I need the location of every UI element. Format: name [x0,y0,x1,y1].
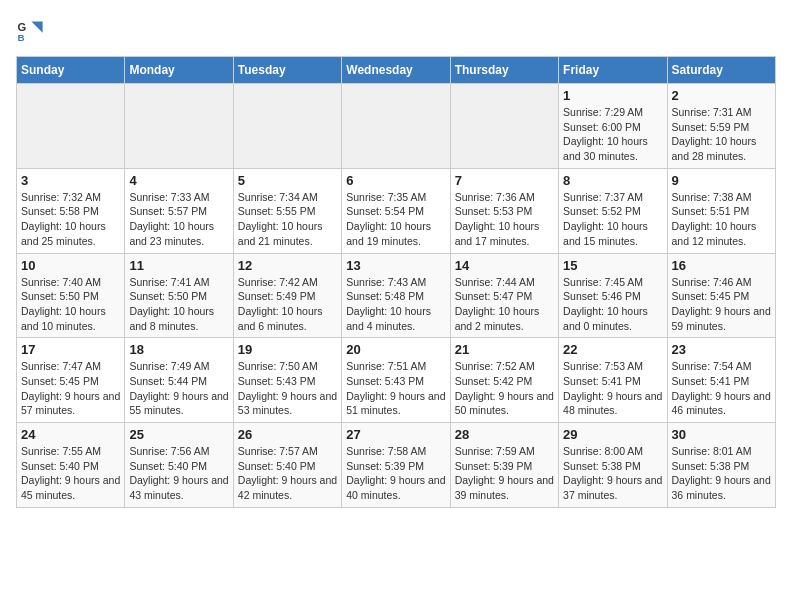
day-info: Sunrise: 8:01 AM Sunset: 5:38 PM Dayligh… [672,444,771,503]
day-info: Sunrise: 7:29 AM Sunset: 6:00 PM Dayligh… [563,105,662,164]
day-info: Sunrise: 7:58 AM Sunset: 5:39 PM Dayligh… [346,444,445,503]
day-info: Sunrise: 7:46 AM Sunset: 5:45 PM Dayligh… [672,275,771,334]
calendar-cell: 26Sunrise: 7:57 AM Sunset: 5:40 PM Dayli… [233,423,341,508]
calendar-cell: 20Sunrise: 7:51 AM Sunset: 5:43 PM Dayli… [342,338,450,423]
calendar-week-row: 3Sunrise: 7:32 AM Sunset: 5:58 PM Daylig… [17,168,776,253]
calendar-cell [233,84,341,169]
day-info: Sunrise: 7:51 AM Sunset: 5:43 PM Dayligh… [346,359,445,418]
day-info: Sunrise: 7:56 AM Sunset: 5:40 PM Dayligh… [129,444,228,503]
day-number: 2 [672,88,771,103]
calendar-cell: 16Sunrise: 7:46 AM Sunset: 5:45 PM Dayli… [667,253,775,338]
calendar-cell: 9Sunrise: 7:38 AM Sunset: 5:51 PM Daylig… [667,168,775,253]
calendar-week-row: 10Sunrise: 7:40 AM Sunset: 5:50 PM Dayli… [17,253,776,338]
column-header-saturday: Saturday [667,57,775,84]
column-header-friday: Friday [559,57,667,84]
day-number: 26 [238,427,337,442]
calendar-cell: 18Sunrise: 7:49 AM Sunset: 5:44 PM Dayli… [125,338,233,423]
day-number: 23 [672,342,771,357]
logo: G B [16,16,48,44]
day-info: Sunrise: 7:33 AM Sunset: 5:57 PM Dayligh… [129,190,228,249]
day-number: 1 [563,88,662,103]
day-info: Sunrise: 7:42 AM Sunset: 5:49 PM Dayligh… [238,275,337,334]
day-number: 20 [346,342,445,357]
day-info: Sunrise: 7:31 AM Sunset: 5:59 PM Dayligh… [672,105,771,164]
day-number: 7 [455,173,554,188]
column-header-thursday: Thursday [450,57,558,84]
calendar-cell: 25Sunrise: 7:56 AM Sunset: 5:40 PM Dayli… [125,423,233,508]
day-info: Sunrise: 7:57 AM Sunset: 5:40 PM Dayligh… [238,444,337,503]
calendar-week-row: 1Sunrise: 7:29 AM Sunset: 6:00 PM Daylig… [17,84,776,169]
day-number: 29 [563,427,662,442]
day-info: Sunrise: 7:35 AM Sunset: 5:54 PM Dayligh… [346,190,445,249]
calendar-cell [125,84,233,169]
calendar-cell: 17Sunrise: 7:47 AM Sunset: 5:45 PM Dayli… [17,338,125,423]
day-info: Sunrise: 7:37 AM Sunset: 5:52 PM Dayligh… [563,190,662,249]
day-number: 27 [346,427,445,442]
calendar-cell: 1Sunrise: 7:29 AM Sunset: 6:00 PM Daylig… [559,84,667,169]
day-info: Sunrise: 7:41 AM Sunset: 5:50 PM Dayligh… [129,275,228,334]
day-number: 21 [455,342,554,357]
day-number: 30 [672,427,771,442]
day-info: Sunrise: 7:38 AM Sunset: 5:51 PM Dayligh… [672,190,771,249]
calendar-cell: 4Sunrise: 7:33 AM Sunset: 5:57 PM Daylig… [125,168,233,253]
calendar-cell: 8Sunrise: 7:37 AM Sunset: 5:52 PM Daylig… [559,168,667,253]
calendar-cell: 15Sunrise: 7:45 AM Sunset: 5:46 PM Dayli… [559,253,667,338]
day-info: Sunrise: 7:44 AM Sunset: 5:47 PM Dayligh… [455,275,554,334]
calendar-cell: 12Sunrise: 7:42 AM Sunset: 5:49 PM Dayli… [233,253,341,338]
column-header-monday: Monday [125,57,233,84]
day-info: Sunrise: 7:55 AM Sunset: 5:40 PM Dayligh… [21,444,120,503]
calendar-cell: 3Sunrise: 7:32 AM Sunset: 5:58 PM Daylig… [17,168,125,253]
day-info: Sunrise: 8:00 AM Sunset: 5:38 PM Dayligh… [563,444,662,503]
column-header-tuesday: Tuesday [233,57,341,84]
day-info: Sunrise: 7:45 AM Sunset: 5:46 PM Dayligh… [563,275,662,334]
calendar-cell [342,84,450,169]
day-info: Sunrise: 7:52 AM Sunset: 5:42 PM Dayligh… [455,359,554,418]
day-number: 16 [672,258,771,273]
day-number: 3 [21,173,120,188]
calendar-cell: 6Sunrise: 7:35 AM Sunset: 5:54 PM Daylig… [342,168,450,253]
day-info: Sunrise: 7:40 AM Sunset: 5:50 PM Dayligh… [21,275,120,334]
day-number: 19 [238,342,337,357]
day-info: Sunrise: 7:53 AM Sunset: 5:41 PM Dayligh… [563,359,662,418]
column-header-wednesday: Wednesday [342,57,450,84]
day-info: Sunrise: 7:36 AM Sunset: 5:53 PM Dayligh… [455,190,554,249]
calendar-cell: 10Sunrise: 7:40 AM Sunset: 5:50 PM Dayli… [17,253,125,338]
day-number: 10 [21,258,120,273]
day-number: 8 [563,173,662,188]
calendar-cell: 14Sunrise: 7:44 AM Sunset: 5:47 PM Dayli… [450,253,558,338]
calendar-cell: 30Sunrise: 8:01 AM Sunset: 5:38 PM Dayli… [667,423,775,508]
calendar-table: SundayMondayTuesdayWednesdayThursdayFrid… [16,56,776,508]
day-number: 6 [346,173,445,188]
calendar-cell [450,84,558,169]
calendar-cell: 2Sunrise: 7:31 AM Sunset: 5:59 PM Daylig… [667,84,775,169]
day-number: 12 [238,258,337,273]
day-info: Sunrise: 7:50 AM Sunset: 5:43 PM Dayligh… [238,359,337,418]
day-number: 5 [238,173,337,188]
day-info: Sunrise: 7:54 AM Sunset: 5:41 PM Dayligh… [672,359,771,418]
column-header-sunday: Sunday [17,57,125,84]
calendar-cell: 28Sunrise: 7:59 AM Sunset: 5:39 PM Dayli… [450,423,558,508]
day-info: Sunrise: 7:43 AM Sunset: 5:48 PM Dayligh… [346,275,445,334]
day-info: Sunrise: 7:34 AM Sunset: 5:55 PM Dayligh… [238,190,337,249]
calendar-cell: 27Sunrise: 7:58 AM Sunset: 5:39 PM Dayli… [342,423,450,508]
calendar-header-row: SundayMondayTuesdayWednesdayThursdayFrid… [17,57,776,84]
calendar-week-row: 24Sunrise: 7:55 AM Sunset: 5:40 PM Dayli… [17,423,776,508]
calendar-cell: 13Sunrise: 7:43 AM Sunset: 5:48 PM Dayli… [342,253,450,338]
day-number: 18 [129,342,228,357]
logo-icon: G B [16,16,44,44]
day-number: 24 [21,427,120,442]
svg-text:B: B [17,32,24,43]
calendar-cell: 23Sunrise: 7:54 AM Sunset: 5:41 PM Dayli… [667,338,775,423]
day-number: 25 [129,427,228,442]
calendar-cell [17,84,125,169]
calendar-week-row: 17Sunrise: 7:47 AM Sunset: 5:45 PM Dayli… [17,338,776,423]
day-number: 17 [21,342,120,357]
day-info: Sunrise: 7:49 AM Sunset: 5:44 PM Dayligh… [129,359,228,418]
day-number: 15 [563,258,662,273]
calendar-cell: 7Sunrise: 7:36 AM Sunset: 5:53 PM Daylig… [450,168,558,253]
day-number: 4 [129,173,228,188]
day-number: 14 [455,258,554,273]
calendar-cell: 11Sunrise: 7:41 AM Sunset: 5:50 PM Dayli… [125,253,233,338]
day-number: 9 [672,173,771,188]
svg-marker-1 [31,22,42,33]
